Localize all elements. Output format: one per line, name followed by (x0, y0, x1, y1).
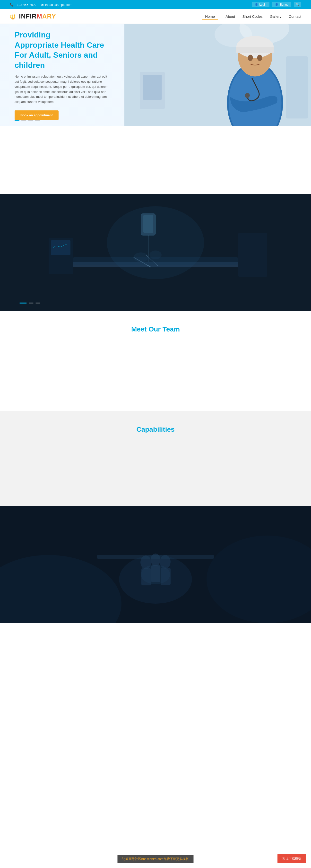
nav-link-gallery[interactable]: Gallery (270, 13, 282, 20)
signup-button[interactable]: 👤 Signup (272, 2, 291, 7)
svg-point-37 (140, 556, 151, 569)
team-section: Meet Our Team (0, 311, 311, 411)
hero-section: Providing Appropriate Health Care For Ad… (0, 24, 311, 126)
login-button[interactable]: 👤 Login (252, 2, 269, 7)
phone-contact: 📞 +123 456 7890 (10, 3, 36, 6)
hero-dot-1[interactable] (14, 120, 20, 121)
hero-dot-4[interactable] (35, 120, 40, 121)
svg-rect-28 (238, 233, 267, 277)
nav-link-home[interactable]: Home (202, 13, 218, 20)
top-bar: 📞 +123 456 7890 ✉ info@example.com 👤 Log… (0, 0, 311, 9)
svg-point-10 (257, 55, 262, 61)
svg-rect-29 (51, 240, 70, 255)
dark-section-dots (0, 303, 60, 306)
logo-icon: 🔱 (10, 14, 16, 20)
user-plus-icon: 👤 (275, 3, 278, 6)
hero-title: Providing Appropriate Health Care For Ad… (14, 30, 126, 70)
svg-rect-40 (161, 568, 171, 585)
phone-icon: 📞 (10, 3, 13, 6)
team-section-title: Meet Our Team (10, 326, 301, 333)
nav-link-about[interactable]: About (226, 13, 235, 20)
navbar: 🔱 INFIRMARY Home About Short Codes Galle… (0, 9, 311, 24)
top-bar-right: 👤 Login 👤 Signup 🔍 (252, 2, 301, 7)
nav-link-contact[interactable]: Contact (289, 13, 301, 20)
svg-point-9 (248, 55, 253, 61)
footer (0, 506, 311, 623)
email-address: info@example.com (45, 3, 72, 6)
search-button[interactable]: 🔍 (294, 2, 301, 7)
hero-content: Providing Appropriate Health Care For Ad… (0, 30, 141, 120)
book-appointment-button[interactable]: Book an appointment (14, 111, 59, 120)
svg-rect-8 (236, 47, 274, 53)
email-contact: ✉ info@example.com (41, 3, 72, 6)
nav-link-shortcodes[interactable]: Short Codes (242, 13, 263, 20)
search-icon: 🔍 (296, 3, 299, 6)
nav-item-home[interactable]: Home (202, 14, 218, 19)
svg-rect-38 (141, 568, 151, 585)
dark-medical-section (0, 194, 311, 311)
nav-item-gallery[interactable]: Gallery (270, 14, 282, 19)
svg-point-26 (107, 206, 204, 279)
svg-rect-13 (143, 75, 162, 100)
hero-illustration (125, 24, 311, 126)
nav-item-contact[interactable]: Contact (289, 14, 301, 19)
hero-bg (125, 24, 311, 126)
footer-content (0, 506, 311, 526)
logo-infir: INFIR (19, 13, 37, 20)
white-spacer (0, 126, 311, 194)
dark-dot-3[interactable] (35, 303, 40, 304)
capabilities-section: Capabilities (0, 411, 311, 506)
hero-dot-3[interactable] (28, 120, 33, 121)
dark-dot-2[interactable] (29, 303, 34, 304)
capabilities-section-title: Capabilities (10, 426, 301, 433)
logo-m: M (37, 13, 42, 20)
user-icon: 👤 (255, 3, 258, 6)
svg-point-11 (245, 93, 249, 98)
team-grid (10, 343, 301, 396)
email-icon: ✉ (41, 3, 44, 6)
phone-number: +123 456 7890 (15, 3, 36, 6)
logo-ary: ARY (42, 13, 56, 20)
svg-point-41 (151, 554, 160, 566)
hero-dot-2[interactable] (22, 120, 26, 121)
logo: 🔱 INFIRMARY (10, 13, 56, 20)
nav-links: Home About Short Codes Gallery Contact (202, 14, 301, 19)
hero-dots (14, 120, 40, 121)
top-bar-left: 📞 +123 456 7890 ✉ info@example.com (10, 3, 72, 6)
dark-section-illustration (0, 194, 311, 311)
dark-dot-1[interactable] (20, 303, 27, 304)
svg-point-39 (160, 555, 171, 569)
nav-item-shortcodes[interactable]: Short Codes (242, 14, 263, 19)
hero-description: Nemo enim ipsam voluptatem quia voluptas… (14, 74, 112, 104)
nav-item-about[interactable]: About (226, 14, 235, 19)
svg-rect-14 (286, 56, 308, 119)
svg-rect-42 (151, 565, 160, 582)
